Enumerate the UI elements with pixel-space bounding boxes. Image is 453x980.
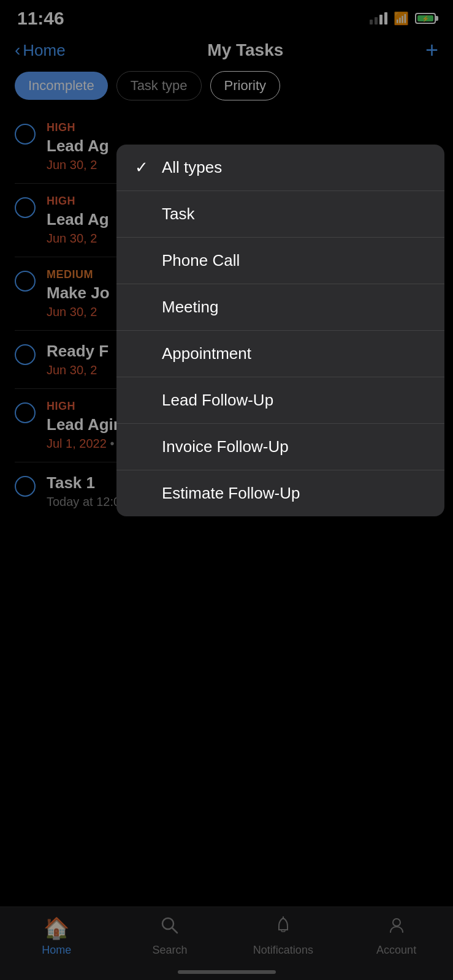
dropdown-item-task[interactable]: Task bbox=[116, 191, 444, 238]
dropdown-item-label: Meeting bbox=[162, 298, 219, 317]
dropdown-item-lead-follow-up[interactable]: Lead Follow-Up bbox=[116, 377, 444, 424]
task-type-dropdown: ✓ All types Task Phone Call Meeting Appo… bbox=[116, 145, 444, 516]
check-icon: ✓ bbox=[135, 158, 150, 177]
dropdown-item-label: Appointment bbox=[162, 344, 251, 363]
dropdown-item-label: All types bbox=[162, 158, 222, 177]
dropdown-item-label: Estimate Follow-Up bbox=[162, 484, 300, 503]
dropdown-item-meeting[interactable]: Meeting bbox=[116, 284, 444, 331]
dropdown-item-all-types[interactable]: ✓ All types bbox=[116, 145, 444, 191]
dropdown-item-phone-call[interactable]: Phone Call bbox=[116, 238, 444, 284]
dropdown-item-label: Lead Follow-Up bbox=[162, 391, 273, 410]
dropdown-item-label: Task bbox=[162, 205, 194, 224]
dropdown-item-appointment[interactable]: Appointment bbox=[116, 331, 444, 377]
dropdown-item-label: Phone Call bbox=[162, 251, 240, 270]
dropdown-item-label: Invoice Follow-Up bbox=[162, 437, 289, 456]
dropdown-item-estimate-follow-up[interactable]: Estimate Follow-Up bbox=[116, 470, 444, 516]
dropdown-item-invoice-follow-up[interactable]: Invoice Follow-Up bbox=[116, 424, 444, 470]
